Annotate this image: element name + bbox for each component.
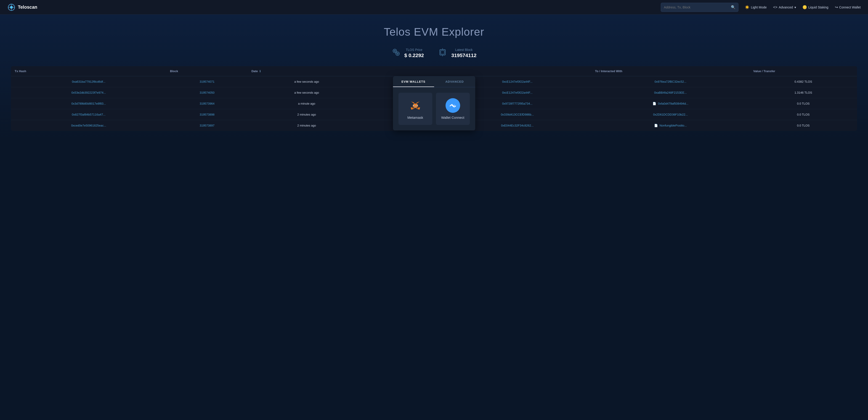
block-link[interactable]: 319573897 — [200, 124, 215, 127]
tab-evm-wallets[interactable]: EVM WALLETS — [393, 76, 434, 87]
walletconnect-option[interactable]: Wallet Connect — [436, 93, 470, 125]
tx-hash-link[interactable]: 0xced0e7e50961825eac... — [71, 124, 106, 127]
cell-to: 0x976ea72fBC32ec52... — [591, 76, 749, 87]
col-from — [443, 66, 591, 76]
svg-point-6 — [394, 50, 396, 52]
metamask-icon-wrap — [408, 98, 423, 113]
cell-date: a few seconds ago — [248, 87, 365, 98]
tx-hash-link[interactable]: 0x53e2db392223f7e974... — [71, 91, 106, 94]
cell-value: 0.0 TLOS — [750, 120, 857, 131]
date-info-icon[interactable]: ℹ — [259, 70, 261, 73]
col-tx-hash: Tx Hash — [11, 66, 166, 76]
cell-tx-hash: 0x53e2db392223f7e974... — [11, 87, 166, 98]
col-block: Block — [166, 66, 248, 76]
tlos-price-value: $ 0.2292 — [404, 53, 424, 59]
cell-block: 319574050 — [166, 87, 248, 98]
svg-point-24 — [414, 105, 415, 106]
search-icon[interactable]: 🔍 — [731, 5, 736, 9]
to-link[interactable]: NonfungiblePositio... — [660, 124, 687, 127]
hero-title: Telos EVM Explorer — [0, 26, 868, 38]
svg-marker-11 — [417, 107, 420, 109]
cell-block: 319573897 — [166, 120, 248, 131]
search-bar: 🔍 — [661, 3, 739, 12]
cell-date: a minute ago — [248, 98, 365, 109]
cell-value: 0.0 TLOS — [750, 98, 857, 109]
svg-point-25 — [416, 105, 416, 106]
svg-marker-9 — [416, 101, 420, 104]
cell-block: 319573964 — [166, 98, 248, 109]
walletconnect-icon — [448, 101, 458, 110]
advanced-menu[interactable]: <> Advanced ▾ — [773, 5, 796, 9]
cell-block: 319573898 — [166, 109, 248, 120]
cell-date: 2 minutes ago — [248, 120, 365, 131]
block-link[interactable]: 319573898 — [200, 113, 215, 116]
block-link[interactable]: 319574071 — [200, 80, 215, 84]
brand-logo — [7, 3, 16, 11]
cell-to: 0xaBB4fa248F2153EE... — [591, 87, 749, 98]
light-mode-label: Light Mode — [751, 5, 767, 9]
search-input[interactable] — [664, 5, 731, 9]
latest-block-card: Latest Block 319574112 — [438, 47, 476, 59]
cell-date: 2 minutes ago — [248, 109, 365, 120]
col-date: Date ℹ — [248, 66, 365, 76]
col-value: Value / Transfer — [750, 66, 857, 76]
from-link[interactable]: 0xE044Ec32F34c8262... — [501, 124, 533, 127]
svg-point-27 — [414, 106, 416, 107]
table-header-row: Tx Hash Block Date ℹ To / Interacted Wit… — [11, 66, 857, 76]
svg-rect-29 — [441, 51, 444, 54]
metamask-fox-icon — [410, 100, 421, 111]
svg-point-7 — [396, 52, 399, 56]
modal-tabs: EVM WALLETS ADVANCED — [393, 76, 475, 87]
contract-icon: 📄 — [654, 124, 658, 127]
brand[interactable]: Teloscan — [7, 3, 37, 11]
tx-hash-link[interactable]: 0x3d789b80d9017e8f83... — [71, 102, 106, 105]
brand-name: Teloscan — [18, 5, 37, 10]
connect-wallet-label: Connect Wallet — [839, 5, 861, 9]
svg-point-5 — [393, 49, 397, 53]
to-link[interactable]: 0xaBB4fa248F2153EE... — [654, 91, 687, 94]
walletconnect-label: Wallet Connect — [441, 116, 464, 120]
cell-to: 0x2D61DCDD36F10b22... — [591, 109, 749, 120]
light-mode-toggle[interactable]: ☀️ Light Mode — [745, 5, 767, 9]
from-link[interactable]: 0x9728f7772f95a734... — [502, 102, 533, 105]
tab-advanced[interactable]: ADVANCED — [434, 76, 475, 87]
cell-date: a few seconds ago — [248, 76, 365, 87]
navbar: Teloscan 🔍 ☀️ Light Mode <> Advanced ▾ 🪙… — [0, 0, 868, 14]
wallet-options: Metamask Wallet Connect — [393, 87, 475, 130]
cell-value: 1.3146 TLOS — [750, 87, 857, 98]
connect-wallet-button[interactable]: ↪ Connect Wallet — [835, 5, 861, 9]
staking-icon: 🪙 — [802, 5, 807, 9]
tx-hash-link[interactable]: 0xa631ba77912f8cd6df... — [72, 80, 105, 84]
tlos-price-card: TLOS Price $ 0.2292 — [392, 48, 424, 59]
cell-to: 📄 NonfungiblePositio... — [591, 120, 749, 131]
to-link[interactable]: 0x976ea72fBC32ec52... — [655, 80, 687, 84]
to-link[interactable]: 0x2D61DCDD36F10b22... — [653, 113, 688, 116]
metamask-option[interactable]: Metamask — [399, 93, 432, 125]
block-link[interactable]: 319574050 — [200, 91, 215, 94]
cell-value: 0.0 TLOS — [750, 109, 857, 120]
tlos-price-label: TLOS Price — [404, 48, 424, 52]
tx-hash-link[interactable]: 0x827f3af84b57116a47... — [72, 113, 105, 116]
chevron-down-icon: ▾ — [795, 5, 796, 9]
cell-to: 📄 0xfa0d479af508494d... — [591, 98, 749, 109]
cell-tx-hash: 0x827f3af84b57116a47... — [11, 109, 166, 120]
advanced-label: Advanced — [779, 5, 793, 9]
from-link[interactable]: 0xcE1247ef3f22a44F... — [502, 91, 533, 94]
contract-icon: 📄 — [653, 102, 656, 105]
svg-point-8 — [397, 53, 398, 54]
liquid-staking-label: Liquid Staking — [808, 5, 829, 9]
col-to: To / Interacted With — [591, 66, 749, 76]
price-icon — [392, 48, 401, 59]
liquid-staking-link[interactable]: 🪙 Liquid Staking — [802, 5, 829, 9]
sun-icon: ☀️ — [745, 5, 749, 9]
navbar-actions: 🔍 ☀️ Light Mode <> Advanced ▾ 🪙 Liquid S… — [661, 3, 861, 12]
block-link[interactable]: 319573964 — [200, 102, 215, 105]
from-link[interactable]: 0xcE1247ef3f22a44F... — [502, 80, 533, 84]
svg-marker-12 — [410, 107, 413, 109]
col-method — [366, 66, 443, 76]
from-link[interactable]: 0x339d413CCEfD986b... — [501, 113, 534, 116]
hero-section: Telos EVM Explorer TLOS Price $ 0.2292 E… — [0, 14, 868, 140]
wallet-modal: EVM WALLETS ADVANCED — [393, 76, 475, 130]
to-link[interactable]: 0xfa0d479af508494d... — [658, 102, 688, 105]
latest-block-value: 319574112 — [451, 53, 476, 59]
